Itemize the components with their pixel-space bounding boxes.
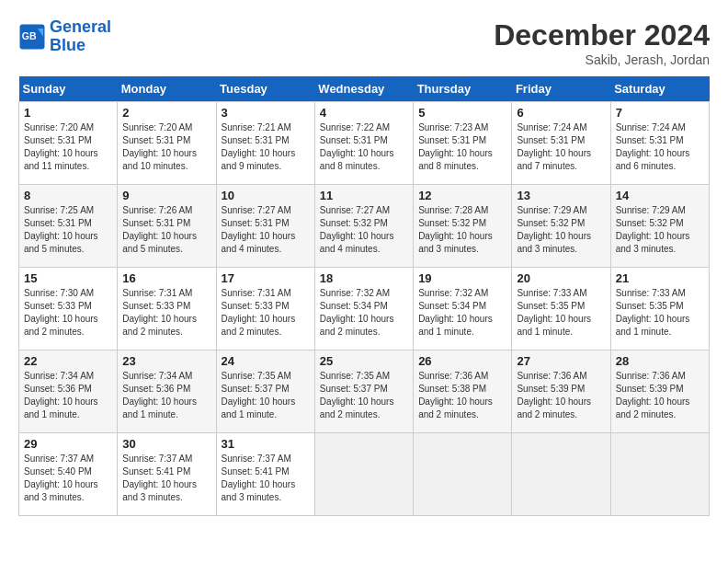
calendar-cell: 11Sunrise: 7:27 AMSunset: 5:32 PMDayligh… <box>314 185 413 268</box>
calendar-cell <box>414 433 512 516</box>
calendar-cell: 23Sunrise: 7:34 AMSunset: 5:36 PMDayligh… <box>118 350 216 433</box>
day-number: 11 <box>320 189 408 202</box>
day-number: 28 <box>616 354 704 368</box>
calendar-cell: 19Sunrise: 7:32 AMSunset: 5:34 PMDayligh… <box>414 268 512 350</box>
location: Sakib, Jerash, Jordan <box>494 52 710 67</box>
calendar-cell: 30Sunrise: 7:37 AMSunset: 5:41 PMDayligh… <box>118 433 216 516</box>
day-info: Sunrise: 7:37 AMSunset: 5:41 PMDaylight:… <box>222 453 310 504</box>
day-header-wednesday: Wednesday <box>314 76 413 102</box>
day-header-thursday: Thursday <box>414 76 512 102</box>
calendar-cell: 3Sunrise: 7:21 AMSunset: 5:31 PMDaylight… <box>216 102 314 185</box>
day-number: 31 <box>222 437 310 451</box>
day-number: 1 <box>24 106 112 120</box>
day-number: 12 <box>418 189 506 202</box>
day-number: 15 <box>24 271 112 285</box>
calendar-cell: 16Sunrise: 7:31 AMSunset: 5:33 PMDayligh… <box>118 268 216 350</box>
day-info: Sunrise: 7:20 AMSunset: 5:31 PMDaylight:… <box>24 121 112 173</box>
calendar-cell: 31Sunrise: 7:37 AMSunset: 5:41 PMDayligh… <box>216 433 314 516</box>
day-number: 22 <box>24 354 112 368</box>
day-info: Sunrise: 7:35 AMSunset: 5:37 PMDaylight:… <box>320 370 408 421</box>
svg-text:GB: GB <box>22 30 37 41</box>
day-number: 14 <box>616 189 704 202</box>
day-info: Sunrise: 7:37 AMSunset: 5:41 PMDaylight:… <box>122 453 210 504</box>
calendar-week-row: 1Sunrise: 7:20 AMSunset: 5:31 PMDaylight… <box>19 102 710 185</box>
calendar-header-row: SundayMondayTuesdayWednesdayThursdayFrid… <box>19 76 710 102</box>
calendar: SundayMondayTuesdayWednesdayThursdayFrid… <box>18 76 710 516</box>
day-info: Sunrise: 7:24 AMSunset: 5:31 PMDaylight:… <box>517 121 605 173</box>
day-header-friday: Friday <box>512 76 610 102</box>
day-number: 4 <box>320 106 408 120</box>
day-number: 29 <box>24 437 112 451</box>
day-info: Sunrise: 7:29 AMSunset: 5:32 PMDaylight:… <box>517 204 605 256</box>
day-info: Sunrise: 7:36 AMSunset: 5:39 PMDaylight:… <box>616 370 704 421</box>
day-number: 25 <box>320 354 408 368</box>
day-number: 10 <box>222 189 310 202</box>
day-number: 17 <box>222 271 310 285</box>
calendar-cell: 14Sunrise: 7:29 AMSunset: 5:32 PMDayligh… <box>610 185 709 268</box>
calendar-cell: 20Sunrise: 7:33 AMSunset: 5:35 PMDayligh… <box>512 268 610 350</box>
day-info: Sunrise: 7:23 AMSunset: 5:31 PMDaylight:… <box>418 121 506 173</box>
day-info: Sunrise: 7:32 AMSunset: 5:34 PMDaylight:… <box>418 287 506 339</box>
day-number: 24 <box>222 354 310 368</box>
calendar-cell: 7Sunrise: 7:24 AMSunset: 5:31 PMDaylight… <box>610 102 709 185</box>
day-header-tuesday: Tuesday <box>216 76 314 102</box>
calendar-cell: 18Sunrise: 7:32 AMSunset: 5:34 PMDayligh… <box>314 268 413 350</box>
day-info: Sunrise: 7:33 AMSunset: 5:35 PMDaylight:… <box>616 287 704 339</box>
calendar-cell: 6Sunrise: 7:24 AMSunset: 5:31 PMDaylight… <box>512 102 610 185</box>
calendar-cell: 2Sunrise: 7:20 AMSunset: 5:31 PMDaylight… <box>118 102 216 185</box>
day-info: Sunrise: 7:33 AMSunset: 5:35 PMDaylight:… <box>517 287 605 339</box>
title-block: December 2024 Sakib, Jerash, Jordan <box>494 18 710 67</box>
day-info: Sunrise: 7:34 AMSunset: 5:36 PMDaylight:… <box>122 370 210 421</box>
day-info: Sunrise: 7:20 AMSunset: 5:31 PMDaylight:… <box>122 121 210 173</box>
day-info: Sunrise: 7:31 AMSunset: 5:33 PMDaylight:… <box>122 287 210 339</box>
calendar-cell: 9Sunrise: 7:26 AMSunset: 5:31 PMDaylight… <box>118 185 216 268</box>
calendar-week-row: 8Sunrise: 7:25 AMSunset: 5:31 PMDaylight… <box>19 185 710 268</box>
day-info: Sunrise: 7:24 AMSunset: 5:31 PMDaylight:… <box>616 121 704 173</box>
day-info: Sunrise: 7:22 AMSunset: 5:31 PMDaylight:… <box>320 121 408 173</box>
calendar-cell <box>512 433 610 516</box>
day-header-saturday: Saturday <box>610 76 709 102</box>
calendar-cell: 27Sunrise: 7:36 AMSunset: 5:39 PMDayligh… <box>512 350 610 433</box>
logo-text: General Blue <box>50 18 111 55</box>
calendar-cell: 13Sunrise: 7:29 AMSunset: 5:32 PMDayligh… <box>512 185 610 268</box>
calendar-week-row: 29Sunrise: 7:37 AMSunset: 5:40 PMDayligh… <box>19 433 710 516</box>
day-info: Sunrise: 7:25 AMSunset: 5:31 PMDaylight:… <box>24 204 112 256</box>
day-info: Sunrise: 7:32 AMSunset: 5:34 PMDaylight:… <box>320 287 408 339</box>
calendar-cell: 26Sunrise: 7:36 AMSunset: 5:38 PMDayligh… <box>414 350 512 433</box>
day-number: 9 <box>122 189 210 202</box>
day-number: 26 <box>418 354 506 368</box>
day-info: Sunrise: 7:36 AMSunset: 5:39 PMDaylight:… <box>517 370 605 421</box>
day-number: 8 <box>24 189 112 202</box>
calendar-cell <box>610 433 709 516</box>
calendar-cell: 17Sunrise: 7:31 AMSunset: 5:33 PMDayligh… <box>216 268 314 350</box>
day-number: 21 <box>616 271 704 285</box>
day-number: 20 <box>517 271 605 285</box>
calendar-cell: 28Sunrise: 7:36 AMSunset: 5:39 PMDayligh… <box>610 350 709 433</box>
day-number: 3 <box>222 106 310 120</box>
day-number: 27 <box>517 354 605 368</box>
calendar-cell <box>314 433 413 516</box>
day-number: 2 <box>122 106 210 120</box>
day-number: 7 <box>616 106 704 120</box>
calendar-cell: 15Sunrise: 7:30 AMSunset: 5:33 PMDayligh… <box>19 268 118 350</box>
month-title: December 2024 <box>494 18 710 52</box>
day-info: Sunrise: 7:26 AMSunset: 5:31 PMDaylight:… <box>122 204 210 256</box>
calendar-cell: 25Sunrise: 7:35 AMSunset: 5:37 PMDayligh… <box>314 350 413 433</box>
day-number: 13 <box>517 189 605 202</box>
logo: GB General Blue <box>18 18 111 55</box>
day-header-sunday: Sunday <box>19 76 118 102</box>
day-number: 5 <box>418 106 506 120</box>
calendar-week-row: 15Sunrise: 7:30 AMSunset: 5:33 PMDayligh… <box>19 268 710 350</box>
day-header-monday: Monday <box>118 76 216 102</box>
day-info: Sunrise: 7:36 AMSunset: 5:38 PMDaylight:… <box>418 370 506 421</box>
day-info: Sunrise: 7:28 AMSunset: 5:32 PMDaylight:… <box>418 204 506 256</box>
page-header: GB General Blue December 2024 Sakib, Jer… <box>18 18 710 67</box>
calendar-cell: 24Sunrise: 7:35 AMSunset: 5:37 PMDayligh… <box>216 350 314 433</box>
logo-line2: Blue <box>50 36 85 54</box>
calendar-cell: 21Sunrise: 7:33 AMSunset: 5:35 PMDayligh… <box>610 268 709 350</box>
calendar-cell: 12Sunrise: 7:28 AMSunset: 5:32 PMDayligh… <box>414 185 512 268</box>
calendar-cell: 1Sunrise: 7:20 AMSunset: 5:31 PMDaylight… <box>19 102 118 185</box>
day-info: Sunrise: 7:27 AMSunset: 5:32 PMDaylight:… <box>320 204 408 256</box>
day-number: 23 <box>122 354 210 368</box>
day-info: Sunrise: 7:31 AMSunset: 5:33 PMDaylight:… <box>222 287 310 339</box>
